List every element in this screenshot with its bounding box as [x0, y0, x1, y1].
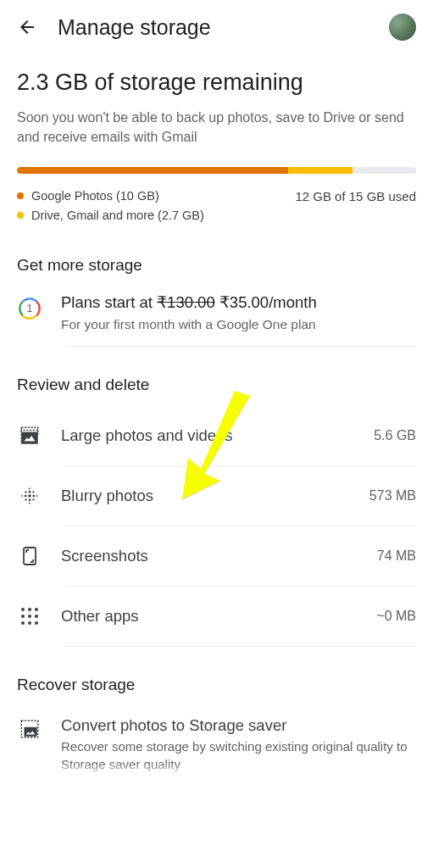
- list-value: 74 MB: [377, 548, 416, 564]
- svg-rect-20: [25, 727, 37, 737]
- storage-warning-text: Soon you won't be able to back up photos…: [17, 108, 416, 147]
- large-photos-icon: [17, 423, 42, 448]
- list-label: Large photos and videos: [61, 426, 355, 445]
- legend-label-photos: Google Photos (10 GB): [31, 189, 159, 203]
- list-label: Screenshots: [61, 547, 358, 565]
- section-recover-storage: Recover storage: [0, 647, 433, 706]
- legend-label-drive: Drive, Gmail and more (2.7 GB): [31, 209, 204, 222]
- svg-rect-13: [25, 499, 27, 501]
- svg-rect-14: [33, 499, 35, 501]
- storage-saver-icon: [17, 716, 42, 742]
- progress-segment-photos: [17, 167, 288, 174]
- other-apps-icon: [17, 604, 42, 629]
- storage-progress-bar: [17, 167, 416, 174]
- list-item-other-apps[interactable]: Other apps ~0 MB: [0, 587, 433, 646]
- bottom-fade: [0, 763, 433, 776]
- section-get-more-storage: Get more storage: [0, 227, 433, 287]
- screenshots-icon: [17, 543, 42, 569]
- svg-rect-6: [29, 495, 31, 498]
- svg-rect-9: [29, 491, 31, 492]
- svg-rect-7: [25, 495, 26, 497]
- list-label: Blurry photos: [61, 487, 351, 505]
- list-value: 573 MB: [369, 488, 416, 504]
- svg-rect-18: [29, 503, 31, 504]
- list-value: ~0 MB: [376, 609, 416, 624]
- svg-rect-17: [29, 488, 31, 490]
- google-one-plan-button[interactable]: 1 Plans start at ₹130.00 ₹35.00/month Fo…: [0, 287, 433, 346]
- legend-row-photos: Google Photos (10 GB) 12 GB of 15 GB use…: [17, 189, 416, 203]
- svg-text:1: 1: [27, 303, 33, 315]
- section-review-delete: Review and delete: [0, 347, 433, 406]
- svg-rect-8: [33, 495, 35, 497]
- list-item-large-photos[interactable]: Large photos and videos 5.6 GB: [0, 406, 433, 465]
- usage-summary: 12 GB of 15 GB used: [295, 189, 416, 203]
- list-item-screenshots[interactable]: Screenshots 74 MB: [0, 526, 433, 586]
- svg-rect-10: [29, 499, 31, 501]
- list-label: Other apps: [61, 607, 358, 626]
- svg-rect-11: [25, 492, 27, 493]
- plan-price-text: Plans start at ₹130.00 ₹35.00/month: [61, 293, 416, 312]
- legend-dot-photos-icon: [17, 192, 24, 199]
- recover-item-title: Convert photos to Storage saver: [61, 716, 416, 735]
- svg-rect-15: [22, 496, 24, 498]
- storage-remaining-title: 2.3 GB of storage remaining: [17, 70, 416, 96]
- page-title: Manage storage: [58, 15, 369, 40]
- back-arrow-icon[interactable]: [17, 17, 37, 37]
- legend-dot-drive-icon: [17, 212, 24, 219]
- app-header: Manage storage: [0, 0, 433, 54]
- svg-rect-5: [21, 432, 38, 444]
- avatar[interactable]: [389, 14, 416, 41]
- svg-rect-12: [33, 492, 35, 493]
- plan-subtext: For your first month with a Google One p…: [61, 317, 416, 332]
- progress-segment-drive: [288, 167, 352, 174]
- storage-hero: 2.3 GB of storage remaining Soon you won…: [0, 54, 433, 222]
- list-value: 5.6 GB: [374, 428, 416, 443]
- svg-rect-16: [36, 496, 38, 498]
- blurry-photos-icon: [17, 483, 42, 509]
- google-one-icon: 1: [17, 296, 42, 321]
- list-item-blurry-photos[interactable]: Blurry photos 573 MB: [0, 466, 433, 526]
- legend-row-drive: Drive, Gmail and more (2.7 GB): [17, 209, 416, 222]
